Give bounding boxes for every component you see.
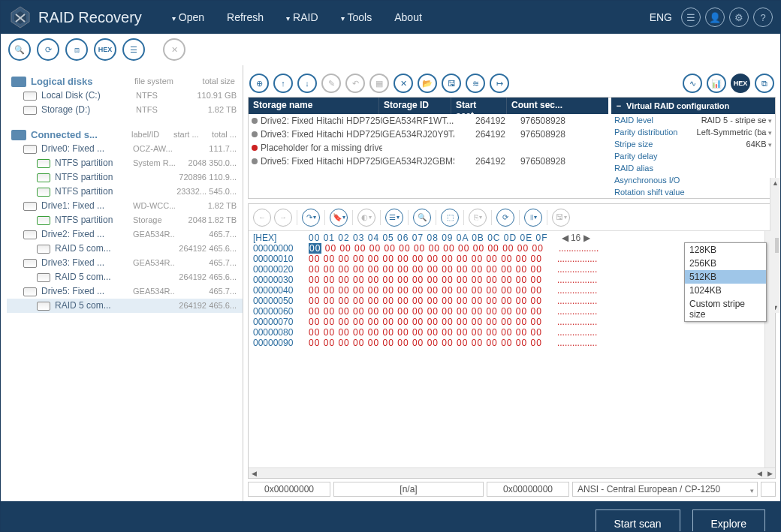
hex-line[interactable]: 0000009000 00 00 00 00 00 00 00 00 00 00…: [253, 338, 775, 348]
hdr-count[interactable]: Count sec...: [507, 98, 568, 114]
menu-refresh[interactable]: Refresh: [227, 11, 264, 23]
connected-disk-row[interactable]: Drive1: Fixed ...WD-WCC...1.82 TB: [7, 199, 243, 213]
config-row[interactable]: Stripe size64KB: [611, 138, 775, 150]
hdr-storage-name[interactable]: Storage name: [249, 98, 379, 114]
explore-button[interactable]: Explore: [692, 509, 765, 532]
connected-disk-row[interactable]: Drive3: Fixed ...GEA534R...465.7...: [7, 256, 243, 270]
hex-search-icon[interactable]: 🔍: [413, 209, 431, 227]
config-row[interactable]: Asynchronous I/O: [611, 174, 775, 186]
grid-icon[interactable]: ▦: [369, 74, 389, 93]
connected-disk-row[interactable]: NTFS partition720896110.9...: [7, 170, 243, 185]
disk-icon: [23, 145, 37, 154]
edit-icon[interactable]: ✎: [321, 74, 341, 93]
col-fs: file system: [134, 76, 187, 87]
raid-config-panel: −Virtual RAID configuration RAID levelRA…: [611, 98, 775, 198]
logical-disk-row[interactable]: Storage (D:)NTFS1.82 TB: [7, 103, 243, 117]
status-extra[interactable]: [761, 482, 776, 497]
hex-view-icon[interactable]: HEX: [94, 38, 116, 61]
menu-tools[interactable]: Tools: [341, 11, 372, 23]
storage-table: Storage name Storage ID Start sect... Co…: [249, 98, 608, 198]
refresh-icon[interactable]: ⟳: [37, 38, 59, 61]
hex-bookmark-icon[interactable]: 🔖▾: [330, 209, 348, 227]
config-row[interactable]: RAID alias: [611, 162, 775, 174]
hex-nav[interactable]: ◀ 16 ▶: [562, 233, 590, 243]
status-addr2: 0x00000000: [487, 482, 569, 497]
connected-disk-row[interactable]: RAID 5 com...264192465.6...: [7, 299, 243, 313]
connected-disk-row[interactable]: NTFS partitionStorage20481.82 TB: [7, 213, 243, 227]
window-icon[interactable]: ⧉: [755, 74, 774, 93]
sidebar: Logical disks file system total size Loc…: [1, 65, 243, 501]
hex-disk-icon[interactable]: 🖫▾: [552, 209, 570, 227]
logical-disk-row[interactable]: Local Disk (C:)NTFS110.91 GB: [7, 89, 243, 103]
save-icon[interactable]: 🖫: [442, 74, 461, 93]
settings-icon[interactable]: ⚙: [729, 8, 749, 27]
dropdown-option[interactable]: 256KB: [685, 257, 766, 270]
status-pos: [n/a]: [333, 482, 484, 497]
menu-open[interactable]: Open: [172, 11, 204, 23]
connected-disk-row[interactable]: Drive0: Fixed ...OCZ-AW...111.7...: [7, 142, 243, 156]
hex-save-icon[interactable]: ⬚: [441, 209, 459, 227]
export-icon[interactable]: ↦: [490, 74, 509, 93]
connected-disk-row[interactable]: RAID 5 com...264192465.6...: [7, 270, 243, 284]
help-icon[interactable]: ?: [753, 8, 773, 27]
menu-raid[interactable]: RAID: [286, 11, 318, 23]
config-row[interactable]: RAID levelRAID 5 - stripe se: [611, 114, 775, 126]
storage-row[interactable]: Drive5: Fixed Hitachi HDP7250...GEA534RJ…: [249, 155, 608, 168]
undo-icon[interactable]: ↶: [345, 74, 365, 93]
dropdown-option[interactable]: 128KB: [685, 243, 766, 257]
config-row[interactable]: Parity distributionLeft-Symmetric (ba: [611, 126, 775, 138]
start-scan-button[interactable]: Start scan: [596, 509, 680, 532]
hex-highlight-icon[interactable]: ◐▾: [357, 209, 375, 227]
hex-goto-icon[interactable]: ↷▾: [302, 209, 320, 227]
hex-list-icon[interactable]: ☰▾: [385, 209, 403, 227]
close-icon[interactable]: ✕: [163, 38, 185, 61]
hex-toolbar: ← → ↷▾ 🔖▾ ◐▾ ☰▾ 🔍 ⬚ ⎘▾ ⟳ ⦀▾: [249, 204, 775, 231]
open-folder-icon[interactable]: 📂: [418, 74, 437, 93]
stripe-size-dropdown[interactable]: 128KB256KB512KB1024KBCustom stripe size: [684, 242, 767, 322]
config-row[interactable]: Parity delay: [611, 150, 775, 162]
hex-back-icon[interactable]: ←: [253, 209, 271, 227]
menu-about[interactable]: About: [394, 11, 422, 23]
hex-mode-icon[interactable]: HEX: [731, 74, 750, 93]
layers-icon[interactable]: ≋: [466, 74, 485, 93]
connected-section-icon: [11, 130, 26, 140]
connected-disk-row[interactable]: Drive5: Fixed ...GEA534R...465.7...: [7, 284, 243, 299]
dropdown-option[interactable]: 1024KB: [685, 284, 766, 297]
activity-icon[interactable]: ∿: [683, 74, 702, 93]
config-row[interactable]: Rotation shift value: [611, 186, 775, 198]
list-icon[interactable]: ☰: [681, 8, 701, 27]
hex-copy-icon[interactable]: ⎘▾: [469, 209, 487, 227]
connected-disk-row[interactable]: Drive2: Fixed ...GEA534R...465.7...: [7, 227, 243, 242]
dropdown-option[interactable]: 512KB: [685, 270, 766, 284]
language-selector[interactable]: ENG: [650, 11, 672, 23]
hex-scrollbar-h[interactable]: ◀ ◀ ▶: [249, 467, 775, 478]
storage-row[interactable]: Drive2: Fixed Hitachi HDP7250...GEA534RF…: [249, 114, 608, 128]
hex-line[interactable]: 0000008000 00 00 00 00 00 00 00 00 00 00…: [253, 327, 775, 338]
search-icon[interactable]: 🔍: [8, 38, 31, 61]
config-title[interactable]: −Virtual RAID configuration: [611, 98, 775, 114]
status-dot: [252, 158, 258, 164]
bottombar: Start scan Explore: [1, 501, 780, 532]
chart-icon[interactable]: 📊: [707, 74, 726, 93]
down-icon[interactable]: ↓: [297, 74, 317, 93]
dropdown-option[interactable]: Custom stripe size: [685, 297, 766, 321]
storage-row[interactable]: Drive3: Fixed Hitachi HDP72500GEA534RJ20…: [249, 128, 608, 141]
hdr-storage-id[interactable]: Storage ID: [379, 98, 451, 114]
disk-icon: [23, 202, 37, 211]
hex-cols-icon[interactable]: ⦀▾: [524, 209, 542, 227]
connected-disk-row[interactable]: RAID 5 com...264192465.6...: [7, 242, 243, 256]
hex-refresh-icon[interactable]: ⟳: [496, 209, 514, 227]
status-encoding[interactable]: ANSI - Central European / CP-1250▾: [572, 482, 758, 497]
up-icon[interactable]: ↑: [273, 74, 293, 93]
raid-icon[interactable]: ⧈: [65, 38, 88, 61]
col-total: total ...: [205, 129, 240, 140]
add-icon[interactable]: ⊕: [249, 74, 269, 93]
user-icon[interactable]: 👤: [705, 8, 725, 27]
remove-icon[interactable]: ✕: [394, 74, 413, 93]
connected-disk-row[interactable]: NTFS partitionSystem R...2048350.0...: [7, 156, 243, 170]
hex-fwd-icon[interactable]: →: [274, 209, 292, 227]
storage-row[interactable]: Placeholder for a missing drive: [249, 141, 608, 155]
hdr-start[interactable]: Start sect...: [451, 98, 507, 114]
connected-disk-row[interactable]: NTFS partition23332...545.0...: [7, 185, 243, 199]
list-view-icon[interactable]: ☰: [122, 38, 145, 61]
